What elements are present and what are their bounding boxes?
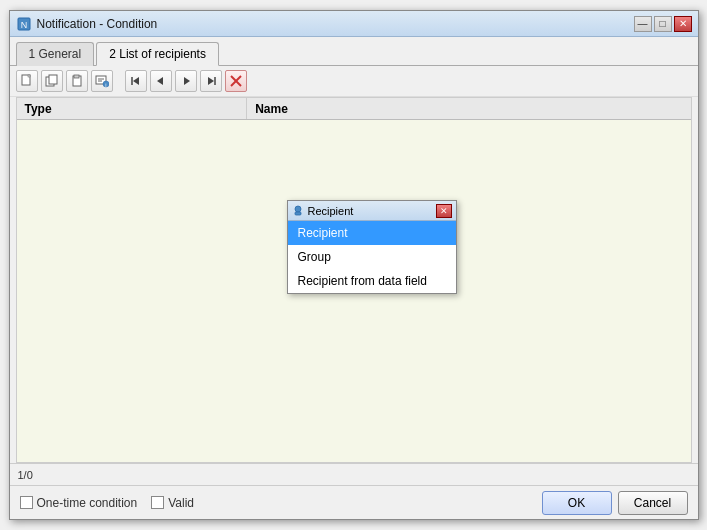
next-button[interactable]	[175, 70, 197, 92]
recipient-dropdown: Recipient ✕ Recipient Group Recipient fr…	[287, 200, 457, 294]
one-time-condition-label: One-time condition	[37, 496, 138, 510]
footer: One-time condition Valid OK Cancel	[10, 485, 698, 519]
tabs-row: 1 General 2 List of recipients	[10, 37, 698, 66]
titlebar: N Notification - Condition — □ ✕	[10, 11, 698, 37]
table-body: Recipient ✕ Recipient Group Recipient fr…	[17, 120, 691, 220]
column-type: Type	[17, 98, 248, 119]
dropdown-titlebar: Recipient ✕	[288, 201, 456, 221]
svg-text:i: i	[105, 82, 106, 88]
properties-button[interactable]: i	[91, 70, 113, 92]
maximize-button[interactable]: □	[654, 16, 672, 32]
first-button[interactable]	[125, 70, 147, 92]
svg-rect-8	[74, 75, 79, 78]
svg-text:N: N	[20, 20, 27, 30]
new-button[interactable]	[16, 70, 38, 92]
window-title: Notification - Condition	[37, 17, 634, 31]
dropdown-icon	[292, 204, 304, 218]
dropdown-title: Recipient	[308, 205, 436, 217]
paste-button[interactable]	[66, 70, 88, 92]
one-time-condition-checkbox[interactable]	[20, 496, 33, 509]
svg-marker-16	[157, 77, 163, 85]
statusbar: 1/0	[10, 463, 698, 485]
valid-checkbox[interactable]	[151, 496, 164, 509]
last-button[interactable]	[200, 70, 222, 92]
footer-buttons: OK Cancel	[542, 491, 688, 515]
svg-rect-23	[295, 212, 301, 215]
checkbox-group: One-time condition Valid	[20, 496, 534, 510]
tab-recipients[interactable]: 2 List of recipients	[96, 42, 219, 66]
dropdown-item-recipient[interactable]: Recipient	[288, 221, 456, 245]
delete-button[interactable]	[225, 70, 247, 92]
table-area: Type Name Recipient ✕ Recipient Group	[16, 97, 692, 463]
tab-general[interactable]: 1 General	[16, 42, 95, 66]
close-button[interactable]: ✕	[674, 16, 692, 32]
svg-marker-15	[133, 77, 139, 85]
column-name: Name	[247, 98, 690, 119]
cancel-button[interactable]: Cancel	[618, 491, 688, 515]
svg-rect-4	[28, 75, 30, 77]
window-icon: N	[16, 16, 32, 32]
prev-button[interactable]	[150, 70, 172, 92]
window-controls: — □ ✕	[634, 16, 692, 32]
ok-button[interactable]: OK	[542, 491, 612, 515]
status-text: 1/0	[18, 469, 33, 481]
svg-point-22	[295, 206, 301, 212]
toolbar: i	[10, 66, 698, 97]
dropdown-item-recipient-from-data-field[interactable]: Recipient from data field	[288, 269, 456, 293]
copy-button[interactable]	[41, 70, 63, 92]
svg-marker-17	[184, 77, 190, 85]
dropdown-close-button[interactable]: ✕	[436, 204, 452, 218]
main-window: N Notification - Condition — □ ✕ 1 Gener…	[9, 10, 699, 520]
table-header: Type Name	[17, 98, 691, 120]
svg-marker-19	[208, 77, 214, 85]
minimize-button[interactable]: —	[634, 16, 652, 32]
dropdown-item-group[interactable]: Group	[288, 245, 456, 269]
valid-label: Valid	[168, 496, 194, 510]
svg-rect-6	[49, 75, 57, 84]
